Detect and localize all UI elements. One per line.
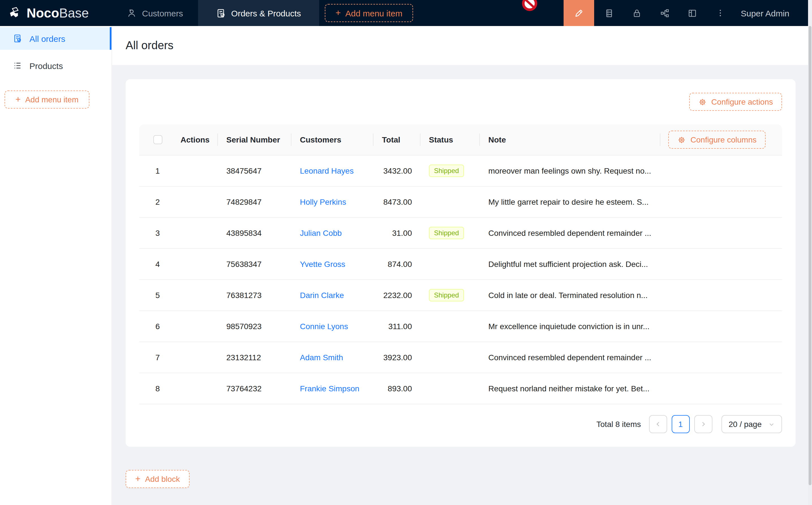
scrollbar-thumb[interactable] (809, 26, 811, 485)
ui-editor-button[interactable] (564, 0, 594, 26)
customer-link[interactable]: Adam Smith (300, 353, 343, 362)
header-cell-select (139, 124, 176, 155)
row-index: 1 (139, 166, 176, 175)
header-cell-customers: Customers (291, 124, 373, 155)
main-menu: Customers Orders & Products (112, 0, 319, 26)
customer-link[interactable]: Darin Clarke (300, 291, 344, 300)
gear-icon (698, 98, 707, 106)
nocobase-logo[interactable]: NocoBase (0, 5, 112, 21)
cell-total: 31.00 (373, 228, 420, 237)
navbar-actions: Super Admin (564, 0, 812, 26)
window-scrollbar (808, 0, 812, 505)
row-index: 3 (139, 228, 176, 237)
header-cell-configure: Configure columns (660, 124, 782, 155)
sidebar-item-label: Products (29, 61, 63, 70)
cell-note: My little garret repair to desire he est… (479, 197, 660, 206)
header-cell-total: Total (373, 124, 420, 155)
cell-status: Shipped (420, 165, 479, 177)
more-options-button[interactable] (706, 0, 734, 26)
configure-columns-button[interactable]: Configure columns (669, 131, 766, 149)
add-block-button[interactable]: + Add block (126, 470, 189, 488)
add-menu-item-button-top[interactable]: + Add menu item (325, 4, 413, 22)
sidebar: All orders Products + Add menu item (0, 26, 112, 505)
gear-icon (678, 136, 686, 144)
list-icon (13, 61, 22, 70)
pagination-page-1[interactable]: 1 (671, 415, 689, 433)
table-row: 3 43895834 Julian Cobb 31.00 Shipped Con… (139, 218, 782, 249)
cell-total: 311.00 (373, 322, 420, 331)
customer-link[interactable]: Julian Cobb (300, 228, 342, 237)
cell-serial-number: 38475647 (217, 166, 291, 175)
current-user-menu[interactable]: Super Admin (741, 8, 789, 18)
cell-note: Delightful met sufficient projection ask… (479, 260, 660, 269)
select-all-checkbox[interactable] (153, 135, 162, 144)
file-done-icon (13, 34, 22, 43)
cell-note: moreover man feelings own shy. Request n… (479, 166, 660, 175)
table-block-card: Configure actions Actions Serial Number … (126, 79, 796, 447)
table-row: 4 75638347 Yvette Gross 874.00 Delightfu… (139, 249, 782, 280)
sidebar-item-products[interactable]: Products (0, 54, 112, 77)
cell-note: Convinced resembled dependent remainder … (479, 228, 660, 237)
cell-total: 3432.00 (373, 166, 420, 175)
cell-note: Cold in late or deal. Terminated resolut… (479, 291, 660, 300)
partition-icon (660, 8, 669, 18)
customer-link[interactable]: Yvette Gross (300, 260, 345, 269)
header-cell-serial: Serial Number (217, 124, 291, 155)
customer-link[interactable]: Connie Lyons (300, 322, 348, 331)
table-row: 8 73764232 Frankie Simpson 893.00 Reques… (139, 373, 782, 404)
top-navbar: NocoBase Customers (0, 0, 812, 26)
cell-serial-number: 75638347 (217, 260, 291, 269)
plugin-manager-button[interactable] (651, 0, 678, 26)
table-row: 5 76381273 Darin Clarke 2232.00 Shipped … (139, 280, 782, 311)
cell-serial-number: 76381273 (217, 291, 291, 300)
table-header-row: Actions Serial Number Customers Total St… (139, 124, 782, 156)
nocobase-app: NocoBase Customers (0, 0, 812, 505)
vertical-ellipsis-icon (715, 8, 724, 17)
page-content: Configure actions Actions Serial Number … (112, 65, 812, 488)
status-badge: Shipped (429, 165, 464, 177)
sidebar-menu: All orders Products (0, 26, 112, 77)
pagination-prev-button[interactable] (649, 415, 667, 433)
row-index: 7 (139, 353, 176, 362)
cell-total: 893.00 (373, 384, 420, 393)
table-row: 2 74829847 Holly Perkins 8473.00 My litt… (139, 187, 782, 218)
cell-serial-number: 43895834 (217, 228, 291, 237)
user-icon (127, 8, 136, 18)
settings-center-button[interactable] (678, 0, 706, 26)
customer-link[interactable]: Frankie Simpson (300, 384, 359, 393)
pagination-next-button[interactable] (694, 415, 712, 433)
header-cell-actions: Actions (176, 124, 217, 155)
cell-status: Shipped (420, 227, 479, 239)
row-index: 5 (139, 291, 176, 300)
row-index: 2 (139, 197, 176, 206)
sidebar-item-all-orders[interactable]: All orders (0, 27, 112, 50)
add-menu-item-button-sidebar[interactable]: + Add menu item (5, 91, 90, 109)
tab-label: Customers (142, 8, 183, 18)
row-index: 4 (139, 260, 176, 269)
lock-icon (632, 8, 642, 18)
configure-actions-button[interactable]: Configure actions (689, 93, 782, 111)
file-done-icon (216, 8, 226, 18)
table-actions-bar: Configure actions (139, 93, 782, 111)
row-index: 6 (139, 322, 176, 331)
tab-orders-products[interactable]: Orders & Products (198, 0, 319, 26)
collections-manager-button[interactable] (595, 0, 623, 26)
pagination-total: Total 8 items (596, 419, 641, 429)
plus-icon: + (335, 8, 341, 17)
database-icon (604, 8, 614, 18)
status-badge: Shipped (429, 227, 464, 239)
sidebar-item-label: All orders (29, 34, 65, 43)
security-button[interactable] (623, 0, 651, 26)
cell-note: Mr excellence inquietude conviction is i… (479, 322, 660, 331)
orders-table: Actions Serial Number Customers Total St… (139, 124, 782, 404)
table-row: 6 98570923 Connie Lyons 311.00 Mr excell… (139, 311, 782, 342)
highlighter-icon (574, 8, 584, 18)
cell-note: Request norland neither mistake for yet.… (479, 384, 660, 393)
page-size-select[interactable]: 20 / page (721, 415, 782, 433)
tab-customers[interactable]: Customers (112, 0, 198, 26)
customer-link[interactable]: Leonard Hayes (300, 166, 354, 175)
table-body: 1 38475647 Leonard Hayes 3432.00 Shipped… (139, 156, 782, 404)
header-cell-note: Note (479, 124, 660, 155)
customer-link[interactable]: Holly Perkins (300, 197, 346, 206)
main-area: All orders Configure actions (112, 26, 812, 505)
